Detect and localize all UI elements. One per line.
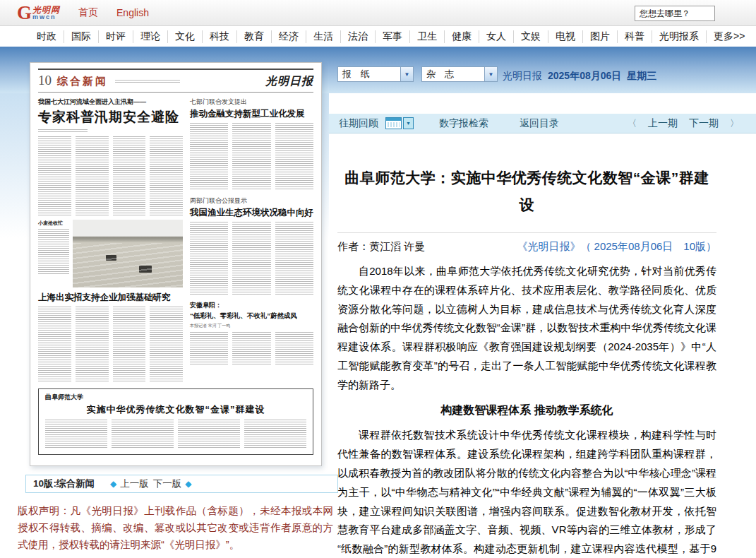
page: G 光明网 mwcn 首页 English 时政 国际 时评 理论 文化 科技 … xyxy=(0,0,756,558)
newsprint-header: 10 综合新闻 光明日报 xyxy=(38,73,313,90)
fishery-article-headline: 我国渔业生态环境状况稳中向好 xyxy=(190,207,313,219)
issue-pager: 〈 上一期 下一期 〉 xyxy=(628,117,739,130)
next-page-diamond-icon: ◆ xyxy=(185,480,191,488)
home-link[interactable]: 首页 xyxy=(78,6,98,19)
photo-caption: 小麦抢收忙 xyxy=(38,220,69,227)
featured-article-box: 曲阜师范大学 实施中华优秀传统文化数智“金课”群建设 xyxy=(38,388,313,455)
gmw-logo[interactable]: G 光明网 mwcn xyxy=(17,4,60,23)
photo-caption-box: 小麦抢收忙 xyxy=(38,220,69,287)
issue-date-line: 光明日报 2025年08月06日 星期三 xyxy=(503,70,656,83)
newspaper-page-image[interactable]: 10 综合新闻 光明日报 我国七大江河流域全面进入主汛期—— 专家科普汛期安全避… xyxy=(30,62,322,466)
issue-date: 2025年08月06日 xyxy=(548,70,621,83)
nav-item-keji[interactable]: 科技 xyxy=(202,30,236,43)
nav-item-lilun[interactable]: 理论 xyxy=(133,30,167,43)
newsprint-text-columns xyxy=(38,136,183,215)
english-link[interactable]: English xyxy=(116,7,149,18)
nav-item-weisheng[interactable]: 卫生 xyxy=(409,30,444,43)
nav-item-jingji[interactable]: 经济 xyxy=(271,30,306,43)
nav-item-dianshi[interactable]: 电视 xyxy=(548,30,582,43)
newsprint-masthead: 光明日报 xyxy=(265,74,313,89)
gmw-logo-g: G xyxy=(17,4,32,23)
finance-article-kicker: 七部门联合发文提出 xyxy=(190,97,313,107)
next-issue-arrow-icon[interactable]: 〉 xyxy=(730,117,739,130)
finance-article-headline: 推动金融支持新型工业化发展 xyxy=(190,108,313,120)
chevron-down-icon: ▼ xyxy=(404,71,410,78)
newsprint-text-columns xyxy=(190,222,313,295)
issue-weekday: 星期三 xyxy=(627,70,656,83)
magazine-select[interactable]: 杂 志 ▼ xyxy=(421,66,498,82)
past-issues-link[interactable]: 往期回顾 xyxy=(339,117,378,130)
newsprint-text-columns xyxy=(45,420,306,449)
newspaper-select[interactable]: 报 纸 ▼ xyxy=(337,66,414,82)
bride-article-kicker: 安徽阜阳： xyxy=(190,301,313,310)
article-title: 曲阜师范大学：实施中华优秀传统文化数智“金课”群建设 xyxy=(337,165,716,218)
search-input[interactable] xyxy=(635,6,715,21)
nav-item-wenhua[interactable]: 文化 xyxy=(167,30,202,43)
nav-item-fazhi[interactable]: 法治 xyxy=(340,30,375,43)
newsprint-page-number: 10 xyxy=(38,73,52,88)
paper-name: 光明日报 xyxy=(503,70,542,83)
main-nav: 时政 国际 时评 理论 文化 科技 教育 经济 生活 法治 军事 卫生 健康 女… xyxy=(0,27,756,47)
article-paragraph-1: 自2018年以来，曲阜师范大学依托优秀传统文化研究优势，针对当前优秀传统文化课程… xyxy=(337,262,716,395)
back-to-contents-link[interactable]: 返回目录 xyxy=(520,117,559,130)
newsprint-text-block xyxy=(38,129,88,133)
nav-item-guoji[interactable]: 国际 xyxy=(64,30,98,43)
article-source-citation[interactable]: 《光明日报》（ 2025年08月06日 10版） xyxy=(517,240,716,254)
nav-item-kepu[interactable]: 科普 xyxy=(617,30,652,43)
next-page-link[interactable]: 下一版 ◆ xyxy=(153,477,192,490)
newsprint-meta-text xyxy=(115,80,180,83)
nav-item-gmbaoxi[interactable]: 光明报系 xyxy=(652,30,706,43)
article-divider xyxy=(337,232,716,233)
date-picker: ▼ xyxy=(385,117,414,129)
nav-item-shenghuo[interactable]: 生活 xyxy=(306,30,340,43)
page-navigation-bar: 10版:综合新闻 ◆ 上一版 下一版 ◆ xyxy=(25,475,338,493)
newsprint-text-columns xyxy=(190,332,313,364)
newspaper-select-button[interactable]: ▼ xyxy=(400,67,413,81)
prev-page-diamond-icon: ◆ xyxy=(110,480,116,488)
fishery-article-kicker: 两部门联合公报显示 xyxy=(190,196,313,206)
bride-article-byline: 本报记者 常河 丁一鸣 xyxy=(190,323,313,329)
nav-item-shizheng[interactable]: 时政 xyxy=(30,30,64,43)
article-subhead: 构建数智课程体系 推动教学系统化 xyxy=(337,401,716,420)
newsprint-top-rule xyxy=(38,69,313,70)
magazine-select-button[interactable]: ▼ xyxy=(484,67,497,81)
current-page-label: 10版:综合新闻 xyxy=(33,477,95,490)
bride-article-headline: “低彩礼、零彩礼、不收礼”蔚然成风 xyxy=(190,311,313,321)
nav-item-more[interactable]: 更多>> xyxy=(706,30,752,43)
article-paragraph-2: 课程群依托数智技术系统设计中华优秀传统文化课程模块，构建科学性与时代性兼备的数智… xyxy=(337,426,716,558)
shanghai-article-headline: 上海出实招支持企业加强基础研究 xyxy=(38,292,183,304)
copyright-notice: 版权声明：凡《光明日报》上刊载作品（含标题），未经本报或本网授权不得转载、摘编、… xyxy=(18,502,333,553)
nav-item-nvren[interactable]: 女人 xyxy=(479,30,513,43)
harvester-shape xyxy=(106,255,116,261)
nav-item-tupian[interactable]: 图片 xyxy=(582,30,617,43)
calendar-dropdown-icon[interactable]: ▼ xyxy=(403,117,414,129)
nav-item-shiping[interactable]: 时评 xyxy=(98,30,133,43)
next-issue-link[interactable]: 下一期 xyxy=(689,117,719,130)
harvester-shape xyxy=(139,266,152,273)
gmw-logo-text: 光明网 mwcn xyxy=(32,6,60,20)
newsprint-text-block xyxy=(38,229,69,275)
publication-selectors: 报 纸 ▼ 杂 志 ▼ xyxy=(337,66,498,82)
prev-page-link[interactable]: ◆ 上一版 xyxy=(110,477,149,490)
newsprint-divider xyxy=(38,92,313,93)
newsprint-text-columns xyxy=(38,307,183,383)
prev-issue-link[interactable]: 上一期 xyxy=(648,117,678,130)
top-header-bar: G 光明网 mwcn 首页 English xyxy=(0,0,756,26)
nav-item-jiaoyu[interactable]: 教育 xyxy=(236,30,271,43)
article-author: 作者：黄江滔 许曼 xyxy=(337,240,425,254)
issue-toolbar: 往期回顾 ▼ 数字报检索 返回目录 〈 上一期 下一期 〉 xyxy=(329,114,756,133)
article-byline-row: 作者：黄江滔 许曼 《光明日报》（ 2025年08月06日 10版） xyxy=(337,240,716,254)
digital-search-link[interactable]: 数字报检索 xyxy=(439,117,488,130)
newsprint-text-columns xyxy=(190,123,313,191)
featured-article-kicker: 曲阜师范大学 xyxy=(45,393,306,402)
nav-item-junshi[interactable]: 军事 xyxy=(375,30,409,43)
nav-item-wenyu[interactable]: 文娱 xyxy=(513,30,548,43)
chevron-down-icon: ▼ xyxy=(488,71,494,78)
nav-item-jiankang[interactable]: 健康 xyxy=(444,30,479,43)
prev-issue-arrow-icon[interactable]: 〈 xyxy=(628,117,637,130)
flood-article-headline: 专家科普汛期安全避险 xyxy=(38,108,183,126)
flood-article-kicker: 我国七大江河流域全面进入主汛期—— xyxy=(38,97,183,107)
article-body: 自2018年以来，曲阜师范大学依托优秀传统文化研究优势，针对当前优秀传统文化课程… xyxy=(337,262,716,558)
featured-article-headline: 实施中华优秀传统文化数智“金课”群建设 xyxy=(45,403,306,416)
calendar-icon[interactable] xyxy=(385,117,402,129)
